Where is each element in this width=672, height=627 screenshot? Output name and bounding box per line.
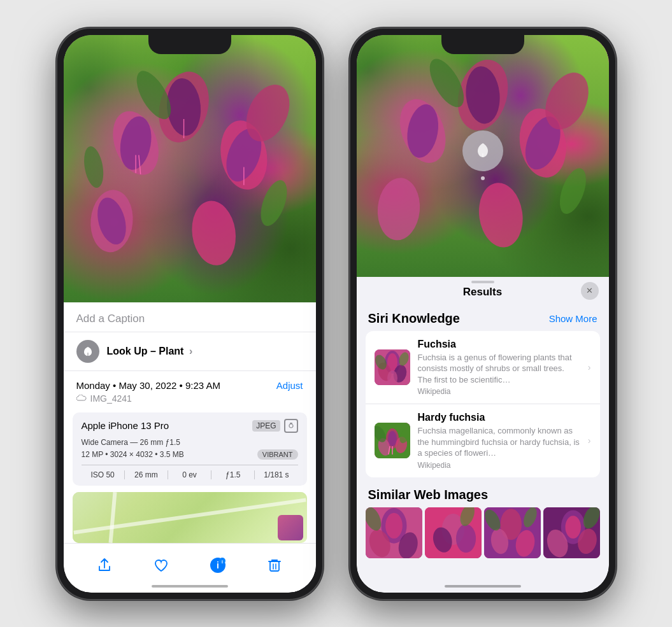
drag-handle[interactable] [471, 281, 494, 283]
svg-point-75 [565, 516, 580, 539]
location-line: IMG_4241 [76, 393, 303, 404]
leaf-siri-icon [473, 141, 493, 161]
similar-images-grid [366, 507, 600, 558]
siri-knowledge-title: Siri Knowledge [368, 311, 460, 326]
exif-iso: ISO 50 [82, 470, 125, 479]
wide-camera-text: Wide Camera — 26 mm ƒ1.5 [82, 438, 298, 447]
svg-point-49 [388, 431, 397, 446]
knowledge-card: Fuchsia Fuchsia is a genus of flowering … [366, 331, 600, 477]
right-screen-content: Results ✕ Siri Knowledge Show More [357, 35, 609, 593]
svg-point-18 [289, 424, 293, 428]
like-button[interactable] [147, 551, 175, 579]
left-phone-screen: Add a Caption Look Up – Plant [64, 35, 316, 593]
flower-bg [64, 35, 316, 302]
fuchsia-thumbnail [375, 349, 410, 385]
results-panel: Results ✕ Siri Knowledge Show More [357, 277, 609, 593]
jpeg-badge: JPEG [252, 420, 280, 432]
info-button[interactable]: i i [204, 551, 232, 579]
caption-placeholder[interactable]: Add a Caption [76, 313, 145, 325]
lookup-subject: Plant [159, 346, 183, 356]
similar-image-3[interactable] [484, 507, 541, 558]
close-icon: ✕ [586, 286, 593, 295]
hardy-fuchsia-text: Hardy fuchsia Fuchsia magellanica, commo… [418, 412, 580, 470]
results-content[interactable]: Siri Knowledge Show More [357, 305, 609, 593]
exif-shutter: 1/181 s [255, 470, 297, 479]
map-area[interactable] [73, 492, 307, 543]
image-filename: IMG_4241 [90, 393, 132, 404]
device-name: Apple iPhone 13 Pro [82, 420, 169, 431]
hardy-fuchsia-thumbnail [375, 423, 410, 458]
fuchsia-name: Fuchsia [418, 339, 580, 350]
lookup-text: Look Up – Plant › [107, 346, 193, 357]
home-indicator [152, 585, 228, 588]
exif-mm: 26 mm [125, 470, 168, 479]
hardy-fuchsia-chevron-icon: › [588, 435, 591, 446]
device-row: Apple iPhone 13 Pro JPEG [73, 412, 307, 486]
info-panel: Add a Caption Look Up – Plant [64, 302, 316, 593]
exif-row: ISO 50 26 mm 0 ev ƒ1.5 1/181 s [82, 465, 298, 479]
similar-image-2[interactable] [425, 507, 482, 558]
show-more-button[interactable]: Show More [549, 313, 597, 324]
hardy-fuchsia-item[interactable]: Hardy fuchsia Fuchsia magellanica, commo… [366, 404, 600, 477]
delete-button[interactable] [261, 551, 289, 579]
results-header: Results ✕ [357, 277, 609, 305]
caption-area[interactable]: Add a Caption [64, 302, 316, 332]
lookup-chevron: › [189, 346, 192, 356]
right-photo-display [357, 35, 609, 277]
mp-info: 12 MP • 3024 × 4032 • 3.5 MB [82, 450, 184, 459]
adjust-button[interactable]: Adjust [276, 380, 303, 391]
date-line: Monday • May 30, 2022 • 9:23 AM Adjust [76, 380, 303, 391]
svg-text:i: i [222, 559, 223, 563]
siri-visual-intelligence-bubble[interactable] [462, 130, 503, 171]
photo-display [64, 35, 316, 302]
svg-rect-19 [290, 423, 292, 424]
camera-settings-icon[interactable] [284, 419, 298, 433]
hardy-fuchsia-source: Wikipedia [418, 461, 580, 470]
similar-image-4[interactable] [543, 507, 600, 558]
similar-images-header: Similar Web Images [366, 479, 600, 507]
fuchsia-item[interactable]: Fuchsia Fuchsia is a genus of flowering … [366, 331, 600, 405]
siri-knowledge-section-header: Siri Knowledge Show More [366, 305, 600, 331]
right-phone-screen: Results ✕ Siri Knowledge Show More [357, 35, 609, 593]
lookup-row[interactable]: Look Up – Plant › [64, 332, 316, 371]
svg-text:i: i [217, 560, 219, 570]
close-button[interactable]: ✕ [581, 282, 599, 300]
svg-point-44 [387, 370, 397, 385]
device-badges: JPEG [252, 419, 297, 433]
fuchsia-description: Fuchsia is a genus of flowering plants t… [418, 352, 580, 386]
hardy-fuchsia-name: Hardy fuchsia [418, 412, 580, 423]
lookup-icon [76, 340, 99, 363]
results-title: Results [463, 286, 502, 299]
leaf-icon [82, 345, 94, 358]
notch [148, 35, 231, 54]
svg-point-65 [455, 524, 475, 553]
fuchsia-source: Wikipedia [418, 387, 580, 396]
exif-aperture: ƒ1.5 [211, 470, 255, 479]
hardy-fuchsia-description: Fuchsia magellanica, commonly known as t… [418, 425, 580, 459]
right-notch [441, 35, 524, 54]
date-row: Monday • May 30, 2022 • 9:23 AM Adjust I… [64, 371, 316, 406]
left-phone: Add a Caption Look Up – Plant [56, 27, 324, 600]
device-header: Apple iPhone 13 Pro JPEG [82, 419, 298, 433]
left-screen-content: Add a Caption Look Up – Plant [64, 35, 316, 593]
similar-image-1[interactable] [366, 507, 422, 558]
share-button[interactable] [90, 551, 118, 579]
exif-ev: 0 ev [168, 470, 211, 479]
svg-rect-24 [270, 561, 279, 571]
fuchsia-text: Fuchsia Fuchsia is a genus of flowering … [418, 339, 580, 397]
date-text: Monday • May 30, 2022 • 9:23 AM [76, 380, 220, 391]
fuchsia-chevron-icon: › [588, 362, 591, 372]
mp-line: 12 MP • 3024 × 4032 • 3.5 MB VIBRANT [82, 449, 298, 460]
cloud-icon [76, 395, 87, 402]
svg-point-58 [385, 513, 403, 539]
siri-dot [481, 176, 485, 180]
vibrant-badge: VIBRANT [257, 449, 298, 460]
right-home-indicator [445, 585, 521, 588]
right-phone: Results ✕ Siri Knowledge Show More [349, 27, 617, 600]
phones-container: Add a Caption Look Up – Plant [56, 27, 617, 600]
